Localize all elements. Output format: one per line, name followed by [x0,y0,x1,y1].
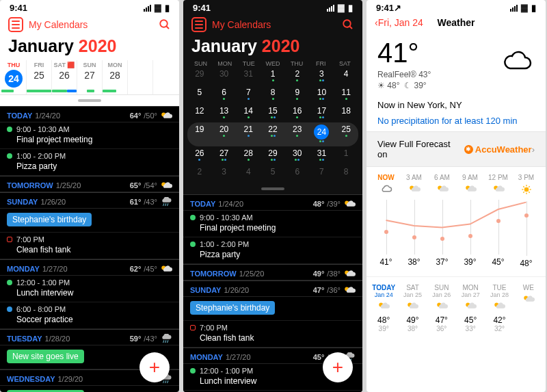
month-day-cell[interactable]: 12 [187,104,212,122]
daily-column[interactable]: SATJan 2549°38° [398,284,427,332]
week-day-cell[interactable]: THU24 [1,60,27,94]
svg-line-8 [163,340,165,343]
month-day-cell[interactable]: 26 [187,146,212,165]
month-day-cell[interactable]: 28 [236,146,261,165]
daily-column[interactable]: TODAYJan 2448°39° [369,284,398,332]
month-day-cell[interactable]: 29 [187,67,212,86]
month-day-cell[interactable]: 7 [310,165,334,183]
svg-line-12 [165,380,167,383]
month-day-cell[interactable]: 11 [334,86,358,104]
week-day-cell[interactable]: MON28 [103,60,128,94]
month-day-cell[interactable]: 2 [187,165,212,183]
drag-handle[interactable] [78,99,101,102]
month-day-cell[interactable]: 24 [310,122,334,146]
accuweather-logo-icon: ✱ [464,145,473,154]
search-icon[interactable] [342,18,354,31]
add-event-button[interactable]: + [139,352,170,382]
month-day-cell[interactable]: 31 [310,146,334,165]
agenda-day-header: TOMORROW1/25/2049°/38° [183,264,362,280]
month-day-cell[interactable]: 9 [285,86,310,104]
month-day-cell[interactable]: 6 [212,86,237,104]
month-day-cell[interactable]: 6 [285,165,310,183]
status-time: 9:41↗ [376,3,401,13]
agenda-event[interactable]: Stephanie's birthday [0,209,179,233]
location-label: Now in New York, NY [366,96,546,114]
month-day-cell[interactable]: 10 [310,86,334,104]
daily-column[interactable]: TUEJan 2842°32° [485,284,513,332]
month-day-cell[interactable]: 22 [261,122,285,146]
my-calendars-link[interactable]: My Calendars [29,19,88,30]
agenda-event[interactable]: 7:00 PMClean fish tank [183,321,362,348]
agenda-day-header: TODAY1/24/2064°/50° [0,106,179,122]
agenda-event[interactable]: 7:00 PMClean fish tank [0,233,179,259]
week-day-cell[interactable]: SAT 🟥26 [52,60,77,94]
month-day-cell[interactable]: 13 [212,104,237,122]
my-calendars-link[interactable]: My Calendars [212,19,271,30]
svg-line-11 [163,380,165,383]
agenda-event[interactable]: 9:00 - 10:30 AMFinal project meeting [183,211,362,237]
search-icon[interactable] [159,18,171,31]
month-day-cell[interactable]: 8 [261,86,285,104]
month-day-cell[interactable]: 4 [334,67,358,86]
full-forecast-link[interactable]: View Full Forecast on ✱ AccuWeather › [366,131,546,167]
month-grid[interactable]: 2930311234567891011121314151617181920212… [183,67,362,183]
drag-handle[interactable] [261,187,284,190]
month-day-cell[interactable]: 31 [236,67,261,86]
svg-line-1 [166,26,169,29]
agenda-event[interactable]: New site goes live [0,386,179,392]
month-day-cell[interactable]: 4 [236,165,261,183]
month-day-cell[interactable]: 5 [261,165,285,183]
month-day-cell[interactable]: 27 [212,146,237,165]
svg-line-10 [168,340,169,343]
month-day-cell[interactable]: 3 [212,165,237,183]
daily-column[interactable]: MONJan 2745°33° [456,284,485,332]
week-strip[interactable]: THU24FRI25SAT 🟥26SUN27MON28 [0,60,179,95]
month-day-cell[interactable]: 2 [285,67,310,86]
hourly-forecast[interactable]: NOW41°3 AM38°6 AM37°9 AM39°12 PM45°3 PM4… [366,167,546,277]
month-day-cell[interactable]: 1 [334,146,358,165]
status-time: 9:41 [193,3,211,13]
month-day-cell[interactable]: 29 [261,146,285,165]
month-day-cell[interactable]: 1 [261,67,285,86]
month-day-cell[interactable]: 5 [187,86,212,104]
agenda-event[interactable]: 12:00 - 1:00 PMLunch interview [0,276,179,302]
daily-column[interactable]: SUNJan 2647°36° [427,284,456,332]
agenda-event[interactable]: 9:00 - 10:30 AMFinal project meeting [0,122,179,149]
month-day-cell[interactable]: 21 [236,122,261,146]
agenda-event[interactable]: 1:00 - 2:00 PMPizza party [183,237,362,264]
cloud-icon [502,51,532,73]
month-day-cell[interactable]: 8 [334,165,358,183]
month-day-cell[interactable]: 23 [285,122,310,146]
week-day-cell[interactable] [153,60,178,94]
agenda-day-header: SUNDAY1/26/2061°/43° [0,192,179,209]
week-day-cell[interactable] [128,60,153,94]
svg-line-9 [165,340,167,343]
month-day-cell[interactable]: 7 [236,86,261,104]
month-day-cell[interactable]: 16 [285,104,310,122]
daily-column[interactable]: WE [514,284,543,332]
agenda-event[interactable]: 1:00 - 2:00 PMPizza party [0,149,179,176]
week-day-cell[interactable]: FRI25 [27,60,52,94]
agenda-list[interactable]: TODAY1/24/2064°/50°9:00 - 10:30 AMFinal … [0,106,179,392]
menu-icon[interactable] [191,17,206,32]
weather-screen: 9:41↗ ䷀▮ Weather ‹ Fri, Jan 24 41° RealF… [366,0,546,392]
month-day-cell[interactable]: 18 [334,104,358,122]
month-day-cell[interactable]: 15 [261,104,285,122]
month-day-cell[interactable]: 3 [310,67,334,86]
agenda-event[interactable]: Stephanie's birthday [183,297,362,321]
svg-line-34 [529,186,529,187]
month-day-cell[interactable]: 25 [334,122,358,146]
month-day-cell[interactable]: 30 [212,67,237,86]
month-day-cell[interactable]: 19 [187,122,212,146]
month-day-cell[interactable]: 14 [236,104,261,122]
svg-point-14 [343,20,351,27]
add-event-button[interactable]: + [323,352,353,382]
month-day-cell[interactable]: 20 [212,122,237,146]
svg-line-15 [349,26,352,29]
agenda-event[interactable]: 6:00 - 8:00 PMSoccer practice [0,302,179,329]
week-day-cell[interactable]: SUN27 [77,60,103,94]
menu-icon[interactable] [8,17,23,32]
daily-forecast[interactable]: TODAYJan 2448°39°SATJan 2549°38°SUNJan 2… [366,277,546,339]
month-day-cell[interactable]: 17 [310,104,334,122]
month-day-cell[interactable]: 30 [285,146,310,165]
